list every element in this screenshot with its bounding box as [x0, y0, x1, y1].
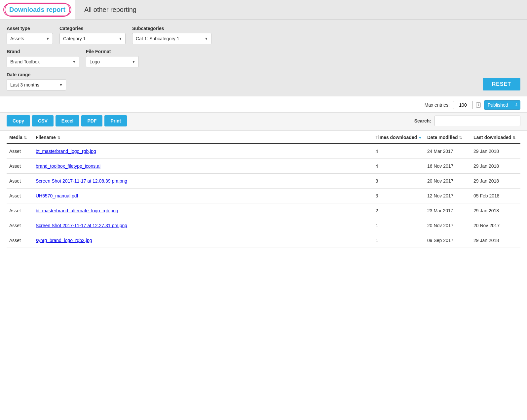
table-row: Asset Screen Shot 2017-11-17 at 12.08.39… — [7, 174, 520, 189]
times-sort-icon: ▼ — [418, 136, 422, 140]
cell-date-modified: 20 Nov 2017 — [425, 218, 471, 233]
filename-link[interactable]: Screen Shot 2017-11-17 at 12.08.39 pm.pn… — [36, 178, 127, 184]
cell-last-downloaded: 29 Jan 2018 — [471, 174, 520, 189]
cell-times-downloaded: 3 — [373, 174, 425, 189]
cell-last-downloaded: 29 Jan 2018 — [471, 159, 520, 174]
col-header-media[interactable]: Media ⇅ — [7, 131, 33, 144]
col-header-last-downloaded[interactable]: Last downloaded ⇅ — [471, 131, 520, 144]
filter-categories: Categories Category 1 Category 2 Categor… — [59, 26, 126, 44]
search-input[interactable] — [434, 116, 520, 126]
cell-media: Asset — [7, 144, 33, 159]
cell-filename[interactable]: bt_masterbrand_logo_rgb.jpg — [33, 144, 373, 159]
max-entries-input[interactable] — [453, 101, 473, 109]
table-row: Asset bt_masterbrand_alternate_logo_rgb.… — [7, 203, 520, 218]
filename-link[interactable]: synrg_brand_logo_rgb2.jpg — [36, 238, 92, 243]
filter-row-3: Date range Last 3 months Last 6 months L… — [7, 72, 520, 90]
filter-subcategories: Subcategories Cat 1: Subcategory 1 Cat 1… — [132, 26, 211, 44]
cell-times-downloaded: 2 — [373, 203, 425, 218]
brand-label: Brand — [7, 49, 79, 54]
cell-times-downloaded: 3 — [373, 189, 425, 203]
asset-type-label: Asset type — [7, 26, 53, 31]
filters-section: Asset type Assets Collections Lightboxes… — [0, 20, 527, 96]
cell-filename[interactable]: Screen Shot 2017-11-17 at 12.08.39 pm.pn… — [33, 174, 373, 189]
max-entries-stepper-icon[interactable]: ⇕ — [476, 102, 481, 108]
cell-media: Asset — [7, 203, 33, 218]
cell-last-downloaded: 29 Jan 2018 — [471, 233, 520, 248]
filename-link[interactable]: Screen Shot 2017-11-17 at 12.27.31 pm.pn… — [36, 223, 127, 228]
cell-last-downloaded: 29 Jan 2018 — [471, 203, 520, 218]
cell-date-modified: 16 Nov 2017 — [425, 159, 471, 174]
pdf-button[interactable]: PDF — [81, 115, 102, 126]
cell-times-downloaded: 4 — [373, 159, 425, 174]
cell-date-modified: 12 Nov 2017 — [425, 189, 471, 203]
cell-media: Asset — [7, 233, 33, 248]
last-downloaded-sort-icon: ⇅ — [512, 136, 515, 140]
table-row: Asset brand_toolbox_filetype_icons.ai 4 … — [7, 159, 520, 174]
max-entries-label: Max entries: — [425, 102, 450, 108]
cell-filename[interactable]: bt_masterbrand_alternate_logo_rgb.png — [33, 203, 373, 218]
tab-other-label: All other reporting — [84, 6, 136, 13]
cell-date-modified: 23 Mar 2017 — [425, 203, 471, 218]
date-range-label: Date range — [7, 72, 66, 77]
filename-link[interactable]: brand_toolbox_filetype_icons.ai — [36, 163, 100, 169]
subcategories-label: Subcategories — [132, 26, 211, 31]
date-range-select[interactable]: Last 3 months Last 6 months Last 12 mont… — [7, 79, 66, 90]
toolbar-row: Max entries: ⇕ Published Draft All ⇕ — [0, 96, 527, 112]
tab-other[interactable]: All other reporting — [75, 0, 146, 19]
cell-filename[interactable]: brand_toolbox_filetype_icons.ai — [33, 159, 373, 174]
brand-select[interactable]: Brand Toolbox Other Brand — [7, 56, 79, 67]
csv-button[interactable]: CSV — [32, 115, 54, 126]
filename-link[interactable]: UH5570_manual.pdf — [36, 193, 78, 198]
data-table: Media ⇅ Filename ⇅ Times downloaded ▼ Da… — [7, 131, 520, 248]
cell-filename[interactable]: Screen Shot 2017-11-17 at 12.27.31 pm.pn… — [33, 218, 373, 233]
filter-file-format: File Format Logo PDF PNG JPG AI ▼ — [86, 49, 139, 67]
brand-select-wrapper: Brand Toolbox Other Brand ▼ — [7, 56, 79, 67]
table-row: Asset bt_masterbrand_logo_rgb.jpg 4 24 M… — [7, 144, 520, 159]
filename-link[interactable]: bt_masterbrand_logo_rgb.jpg — [36, 149, 96, 154]
media-sort-icon: ⇅ — [24, 136, 27, 140]
cell-times-downloaded: 4 — [373, 144, 425, 159]
categories-select[interactable]: Category 1 Category 2 Category 3 — [59, 33, 126, 44]
col-header-times-downloaded[interactable]: Times downloaded ▼ — [373, 131, 425, 144]
tabs-container: Downloads report All other reporting — [0, 0, 527, 20]
cell-date-modified: 20 Nov 2017 — [425, 174, 471, 189]
search-label: Search: — [414, 118, 431, 123]
cell-last-downloaded: 05 Feb 2018 — [471, 189, 520, 203]
filter-asset-type: Asset type Assets Collections Lightboxes… — [7, 26, 53, 44]
subcategories-select[interactable]: Cat 1: Subcategory 1 Cat 1: Subcategory … — [132, 33, 211, 44]
file-format-select[interactable]: Logo PDF PNG JPG AI — [86, 56, 139, 67]
excel-button[interactable]: Excel — [56, 115, 80, 126]
tab-downloads[interactable]: Downloads report — [0, 0, 75, 19]
filename-link[interactable]: bt_masterbrand_alternate_logo_rgb.png — [36, 208, 118, 213]
print-button[interactable]: Print — [104, 115, 127, 126]
search-area: Search: — [414, 116, 520, 126]
file-format-label: File Format — [86, 49, 139, 54]
copy-button[interactable]: Copy — [7, 115, 30, 126]
published-select-wrapper: Published Draft All ⇕ — [484, 100, 520, 110]
cell-date-modified: 09 Sep 2017 — [425, 233, 471, 248]
cell-media: Asset — [7, 218, 33, 233]
published-select[interactable]: Published Draft All — [484, 100, 520, 110]
date-range-select-wrapper: Last 3 months Last 6 months Last 12 mont… — [7, 79, 66, 90]
cell-times-downloaded: 1 — [373, 233, 425, 248]
cell-filename[interactable]: UH5570_manual.pdf — [33, 189, 373, 203]
reset-button[interactable]: RESET — [483, 78, 520, 90]
filter-date-range: Date range Last 3 months Last 6 months L… — [7, 72, 66, 90]
cell-filename[interactable]: synrg_brand_logo_rgb2.jpg — [33, 233, 373, 248]
filename-sort-icon: ⇅ — [57, 136, 60, 140]
cell-media: Asset — [7, 159, 33, 174]
file-format-select-wrapper: Logo PDF PNG JPG AI ▼ — [86, 56, 139, 67]
cell-times-downloaded: 1 — [373, 218, 425, 233]
table-row: Asset UH5570_manual.pdf 3 12 Nov 2017 05… — [7, 189, 520, 203]
cell-media: Asset — [7, 174, 33, 189]
tab-downloads-label: Downloads report — [9, 6, 65, 13]
col-header-filename[interactable]: Filename ⇅ — [33, 131, 373, 144]
asset-type-select-wrapper: Assets Collections Lightboxes ▼ — [7, 33, 53, 44]
cell-last-downloaded: 29 Jan 2018 — [471, 144, 520, 159]
col-header-date-modified[interactable]: Date modified ⇅ — [425, 131, 471, 144]
table-row: Asset Screen Shot 2017-11-17 at 12.27.31… — [7, 218, 520, 233]
filter-row-2: Brand Brand Toolbox Other Brand ▼ File F… — [7, 49, 520, 67]
action-row: Copy CSV Excel PDF Print Search: — [0, 112, 527, 131]
asset-type-select[interactable]: Assets Collections Lightboxes — [7, 33, 53, 44]
cell-last-downloaded: 20 Nov 2017 — [471, 218, 520, 233]
